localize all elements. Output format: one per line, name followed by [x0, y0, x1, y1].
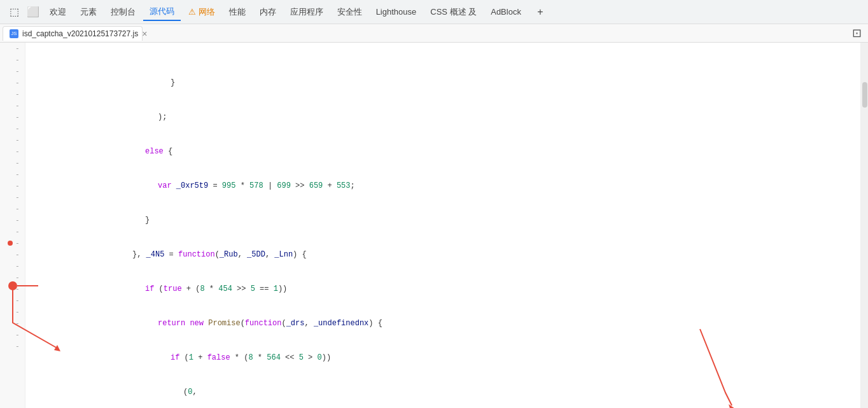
- warning-icon: ⚠: [188, 7, 196, 17]
- tab-css-overview[interactable]: CSS 概述 及: [424, 4, 483, 20]
- gutter-line-breakpoint: -: [0, 237, 25, 249]
- code-line: return new Promise(function(_drs, _undef…: [31, 318, 860, 329]
- gutter-line: -: [0, 226, 25, 237]
- gutter-line: -: [0, 169, 25, 180]
- tab-bar: JS isd_captcha_v20210125173727.js × ⊡: [0, 24, 868, 43]
- gutter-line: -: [0, 100, 25, 111]
- code-line: var _0xr5t9 = 995 * 578 | 699 >> 659 + 5…: [31, 180, 860, 192]
- tab-sources[interactable]: 源代码: [143, 3, 181, 21]
- gutter-line: -: [0, 77, 25, 88]
- code-editor[interactable]: } ); else { var _0xr5t9 = 995 * 578 | 69…: [25, 43, 860, 408]
- gutter-line: -: [0, 203, 25, 215]
- gutter-line: -: [0, 295, 25, 306]
- line-numbers-gutter: - - - - - - - - - - - - - - - - - -: [0, 43, 25, 408]
- code-line: }: [31, 77, 860, 88]
- gutter-line: -: [0, 215, 25, 226]
- js-file-icon: JS: [10, 29, 18, 38]
- tab-adblock[interactable]: AdBlock: [484, 4, 528, 19]
- file-tab-name: isd_captcha_v20210125173727.js: [22, 29, 138, 38]
- gutter-line: -: [0, 272, 25, 283]
- add-tab-icon[interactable]: +: [531, 3, 549, 21]
- code-line: if (true + (8 * 454 >> 5 == 1)): [31, 283, 860, 295]
- gutter-line: -: [0, 283, 25, 295]
- gutter-line: -: [0, 306, 25, 318]
- code-line: );: [31, 111, 860, 123]
- tab-welcome[interactable]: 欢迎: [43, 4, 73, 20]
- file-tab[interactable]: JS isd_captcha_v20210125173727.js ×: [3, 26, 143, 41]
- expand-tab-icon[interactable]: ⊡: [848, 24, 865, 42]
- gutter-line: -: [0, 341, 25, 352]
- nav-bar: ⬚ ⬜ 欢迎 元素 控制台 源代码 ⚠ 网络 性能 内存 应用程序 安全性 Li…: [0, 0, 868, 24]
- breakpoint-dot: [8, 241, 13, 246]
- tab-lighthouse[interactable]: Lighthouse: [370, 4, 423, 19]
- gutter-line: -: [0, 88, 25, 100]
- cursor-icon[interactable]: ⬚: [5, 3, 23, 21]
- gutter-line: -: [0, 123, 25, 134]
- code-line: }: [31, 215, 860, 226]
- code-line: else {: [31, 146, 860, 157]
- devtools-root: ⬚ ⬜ 欢迎 元素 控制台 源代码 ⚠ 网络 性能 内存 应用程序 安全性 Li…: [0, 0, 868, 408]
- gutter-line: -: [0, 192, 25, 203]
- tab-security[interactable]: 安全性: [331, 4, 368, 20]
- gutter-line: -: [0, 146, 25, 157]
- tab-memory[interactable]: 内存: [253, 4, 283, 20]
- gutter-line: -: [0, 134, 25, 146]
- gutter-line: -: [0, 180, 25, 192]
- tab-network[interactable]: ⚠ 网络: [182, 4, 221, 20]
- gutter-line: -: [0, 43, 25, 54]
- gutter-line: -: [0, 249, 25, 260]
- code-line: (0,: [31, 386, 860, 398]
- gutter-line: -: [0, 157, 25, 169]
- gutter-line: -: [0, 66, 25, 77]
- tab-elements[interactable]: 元素: [74, 4, 103, 20]
- gutter-line: -: [0, 54, 25, 66]
- code-line: }, _4N5 = function(_Rub, _5DD, _Lnn) {: [31, 249, 860, 260]
- tab-performance[interactable]: 性能: [223, 4, 252, 20]
- gutter-line: -: [0, 260, 25, 272]
- gutter-line: -: [0, 111, 25, 123]
- vertical-scrollbar[interactable]: [860, 43, 868, 408]
- gutter-line: -: [0, 329, 25, 341]
- scrollbar-thumb[interactable]: [862, 82, 867, 108]
- editor-area: - - - - - - - - - - - - - - - - - -: [0, 43, 868, 408]
- gutter-line: -: [0, 318, 25, 329]
- code-line: if (1 + false * (8 * 564 << 5 > 0)): [31, 352, 860, 363]
- device-icon[interactable]: ⬜: [24, 3, 42, 21]
- tab-console[interactable]: 控制台: [104, 4, 142, 20]
- close-tab-icon[interactable]: ×: [142, 29, 147, 38]
- tab-application[interactable]: 应用程序: [284, 4, 330, 20]
